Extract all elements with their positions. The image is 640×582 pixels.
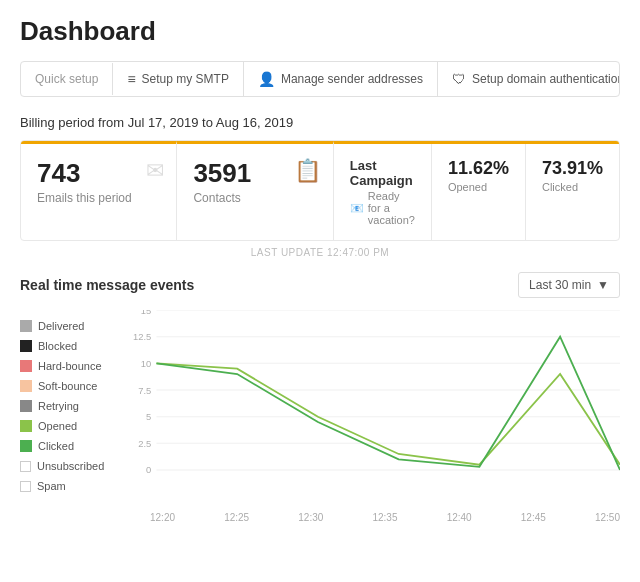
legend-color-swatch (20, 420, 32, 432)
svg-text:2.5: 2.5 (138, 439, 151, 449)
svg-text:7.5: 7.5 (138, 386, 151, 396)
legend-item: Unsubscribed (20, 460, 110, 472)
chart-section: Real time message events Last 30 min ▼ D… (20, 272, 620, 523)
sender-icon: 👤 (258, 71, 275, 87)
legend-item: Delivered (20, 320, 110, 332)
time-filter-select[interactable]: Last 30 min ▼ (518, 272, 620, 298)
legend-label: Unsubscribed (37, 460, 104, 472)
legend-item: Blocked (20, 340, 110, 352)
billing-period: Billing period from Jul 17, 2019 to Aug … (20, 115, 620, 130)
campaign-icon: 📧 (350, 202, 364, 215)
campaign-title: Last Campaign (350, 158, 415, 188)
legend-label: Delivered (38, 320, 84, 332)
chevron-down-icon: ▼ (597, 278, 609, 292)
chart-canvas: 15 12.5 10 7.5 5 2.5 0 (120, 310, 620, 510)
legend-color-swatch (20, 400, 32, 412)
legend-item: Spam (20, 480, 110, 492)
legend-item: Hard-bounce (20, 360, 110, 372)
campaign-subtitle: 📧 Ready for a vacation? (350, 190, 415, 226)
toolbar-quick-setup[interactable]: Quick setup (21, 63, 113, 95)
chart-area: DeliveredBlockedHard-bounceSoft-bounceRe… (20, 310, 620, 523)
contacts-label: Contacts (193, 191, 316, 205)
legend-color-swatch (20, 440, 32, 452)
legend-color-swatch (20, 320, 32, 332)
legend-label: Retrying (38, 400, 79, 412)
last-update: LAST UPDATE 12:47:00 PM (20, 247, 620, 258)
svg-text:5: 5 (146, 412, 151, 422)
toolbar-sender[interactable]: 👤 Manage sender addresses (244, 62, 438, 96)
opened-value: 11.62% (448, 158, 509, 179)
chart-legend: DeliveredBlockedHard-bounceSoft-bounceRe… (20, 310, 110, 523)
toolbar-smtp[interactable]: ≡ Setup my SMTP (113, 62, 244, 96)
svg-text:0: 0 (146, 465, 151, 475)
toolbar: Quick setup ≡ Setup my SMTP 👤 Manage sen… (20, 61, 620, 97)
contacts-stat-card: 3591 Contacts 📋 (177, 141, 333, 240)
legend-item: Soft-bounce (20, 380, 110, 392)
toolbar-domain[interactable]: 🛡 Setup domain authentication (438, 62, 620, 96)
x-axis-labels: 12:20 12:25 12:30 12:35 12:40 12:45 12:5… (120, 512, 620, 523)
svg-text:15: 15 (141, 310, 151, 316)
legend-label: Clicked (38, 440, 74, 452)
clicked-value: 73.91% (542, 158, 603, 179)
svg-text:10: 10 (141, 359, 151, 369)
legend-checkbox[interactable] (20, 461, 31, 472)
quick-setup-label: Quick setup (35, 72, 98, 86)
opened-metric: 11.62% Opened (431, 144, 525, 240)
page-title: Dashboard (20, 16, 620, 47)
legend-item: Opened (20, 420, 110, 432)
legend-label: Soft-bounce (38, 380, 97, 392)
legend-color-swatch (20, 340, 32, 352)
legend-label: Hard-bounce (38, 360, 102, 372)
emails-label: Emails this period (37, 191, 160, 205)
legend-item: Clicked (20, 440, 110, 452)
legend-color-swatch (20, 380, 32, 392)
domain-icon: 🛡 (452, 71, 466, 87)
emails-stat-card: 743 Emails this period ✉ (21, 141, 177, 240)
stats-row: 743 Emails this period ✉ 3591 Contacts 📋… (20, 140, 620, 241)
legend-label: Spam (37, 480, 66, 492)
smtp-icon: ≡ (127, 71, 135, 87)
legend-item: Retrying (20, 400, 110, 412)
legend-label: Opened (38, 420, 77, 432)
email-icon: ✉ (146, 158, 164, 184)
legend-label: Blocked (38, 340, 77, 352)
clicked-metric: 73.91% Clicked (525, 144, 619, 240)
clicked-label: Clicked (542, 181, 603, 193)
campaign-stat-card: Last Campaign 📧 Ready for a vacation? 11… (334, 141, 619, 240)
opened-label: Opened (448, 181, 509, 193)
svg-text:12.5: 12.5 (133, 332, 151, 342)
emails-count: 743 (37, 158, 160, 189)
legend-color-swatch (20, 360, 32, 372)
chart-header: Real time message events Last 30 min ▼ (20, 272, 620, 298)
chart-title: Real time message events (20, 277, 194, 293)
legend-checkbox[interactable] (20, 481, 31, 492)
contacts-icon: 📋 (294, 158, 321, 184)
